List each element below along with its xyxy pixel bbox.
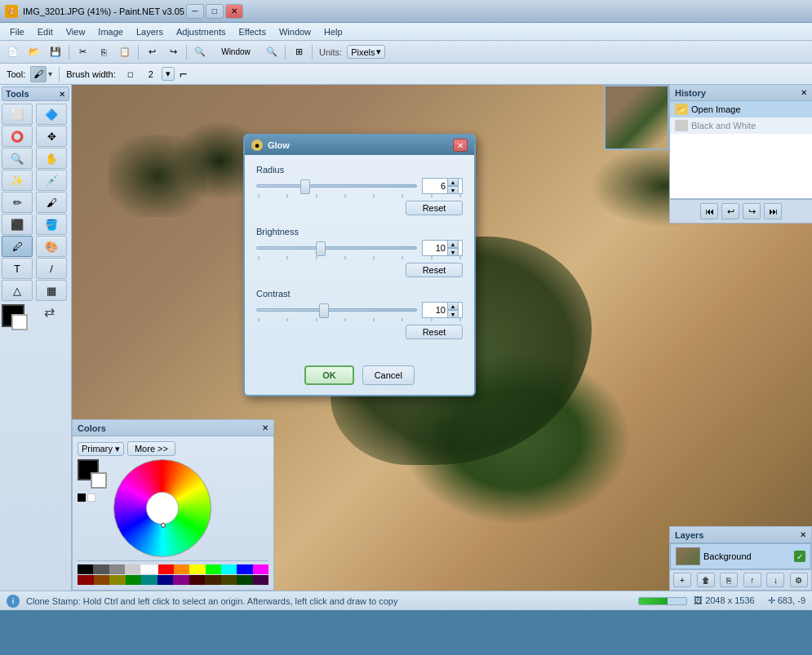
palette-green[interactable] xyxy=(206,564,221,574)
pal-dk-brown[interactable] xyxy=(205,575,221,585)
pal-dk-purple[interactable] xyxy=(253,575,269,585)
tool-shapes[interactable]: △ xyxy=(2,280,33,301)
palette-yellow[interactable] xyxy=(189,564,205,574)
tool-pan[interactable]: ✋ xyxy=(36,148,67,169)
history-item-open[interactable]: 📂 Open Image xyxy=(670,101,812,117)
palette-orange[interactable] xyxy=(174,564,189,574)
radius-spin-down[interactable]: ▼ xyxy=(447,186,459,194)
pal-olive[interactable] xyxy=(109,575,126,585)
maximize-button[interactable]: □ xyxy=(206,4,224,19)
layer-delete-btn[interactable]: 🗑 xyxy=(697,573,715,587)
menu-file[interactable]: File xyxy=(3,25,31,38)
color-wheel-container[interactable] xyxy=(113,459,211,557)
menu-window[interactable]: Window xyxy=(273,25,317,38)
pal-maroon[interactable] xyxy=(189,575,206,585)
contrast-reset-button[interactable]: Reset xyxy=(406,325,463,339)
contrast-spin-down[interactable]: ▼ xyxy=(447,310,459,318)
tool-line[interactable]: / xyxy=(36,258,67,279)
palette-cyan[interactable] xyxy=(221,564,237,574)
brush-shape[interactable]: ⌐ xyxy=(180,67,187,82)
layers-panel-close[interactable]: ✕ xyxy=(800,530,806,539)
tools-panel-close[interactable]: ✕ xyxy=(59,90,65,99)
tool-pencil[interactable]: ✏ xyxy=(2,192,33,213)
brightness-value-input[interactable] xyxy=(423,243,447,253)
brush-width-decrease[interactable]: ◻ xyxy=(121,65,140,83)
menu-effects[interactable]: Effects xyxy=(233,25,273,38)
primary-color-swatch[interactable] xyxy=(2,304,24,327)
history-last-btn[interactable]: ⏭ xyxy=(764,203,782,219)
color-wheel[interactable] xyxy=(113,459,211,557)
radius-spin-up[interactable]: ▲ xyxy=(447,178,459,186)
palette-blue[interactable] xyxy=(237,564,252,574)
toolbar-zoom-out[interactable]: 🔍 xyxy=(190,43,210,61)
colors-panel-close[interactable]: ✕ xyxy=(262,423,268,432)
layer-properties-btn[interactable]: ⚙ xyxy=(790,573,808,587)
white-swatch[interactable] xyxy=(87,493,95,502)
toolbar-copy[interactable]: ⎘ xyxy=(94,43,113,61)
history-undo-btn[interactable]: ↩ xyxy=(721,203,739,219)
tool-select-lasso[interactable]: 🔷 xyxy=(36,104,67,125)
toolbar-save[interactable]: 💾 xyxy=(46,43,65,61)
bg-swatch[interactable] xyxy=(91,472,107,489)
brightness-slider-thumb[interactable] xyxy=(316,241,326,256)
toolbar-new[interactable]: 📄 xyxy=(3,43,23,61)
history-panel-close[interactable]: ✕ xyxy=(801,88,807,97)
pal-darkblue[interactable] xyxy=(158,575,174,585)
radius-slider-thumb[interactable] xyxy=(300,179,310,194)
tool-select-rect[interactable]: ⬜ xyxy=(2,104,33,125)
toolbar-grid[interactable]: ⊞ xyxy=(289,43,308,61)
menu-view[interactable]: View xyxy=(60,25,92,38)
pal-darkred[interactable] xyxy=(78,575,94,585)
menu-image[interactable]: Image xyxy=(91,25,130,38)
contrast-value-input[interactable] xyxy=(423,305,447,315)
contrast-slider-thumb[interactable] xyxy=(319,303,329,318)
layer-duplicate-btn[interactable]: ⎘ xyxy=(720,573,738,587)
close-button[interactable]: ✕ xyxy=(225,4,243,19)
tool-fill[interactable]: 🪣 xyxy=(36,214,67,235)
radius-value-input[interactable] xyxy=(423,181,447,191)
dialog-close-button[interactable]: ✕ xyxy=(453,139,468,152)
layer-item-background[interactable]: Background ✓ xyxy=(670,543,811,569)
menu-layers[interactable]: Layers xyxy=(130,25,170,38)
radius-slider-track[interactable] xyxy=(256,184,417,188)
layer-move-down-btn[interactable]: ↓ xyxy=(766,573,784,587)
contrast-slider-track[interactable] xyxy=(256,308,417,312)
layer-add-btn[interactable]: + xyxy=(673,573,691,587)
toolbar-redo[interactable]: ↪ xyxy=(163,43,183,61)
toolbar-paste[interactable]: 📋 xyxy=(115,43,135,61)
history-redo-btn[interactable]: ↪ xyxy=(743,203,761,219)
brush-width-dropdown[interactable]: ▾ xyxy=(162,67,175,81)
tool-recolor[interactable]: 🎨 xyxy=(36,236,67,257)
toolbar-cut[interactable]: ✂ xyxy=(73,43,92,61)
history-first-btn[interactable]: ⏮ xyxy=(700,203,718,219)
tool-clone-stamp[interactable]: 🖊 xyxy=(2,236,33,257)
units-dropdown[interactable]: Pixels▾ xyxy=(347,45,385,59)
brightness-spin-down[interactable]: ▼ xyxy=(447,248,459,256)
swap-colors-icon[interactable]: ⇄ xyxy=(36,304,69,327)
primary-selector[interactable]: Primary ▾ xyxy=(78,442,124,456)
toolbar-zoom-in[interactable]: 🔍 xyxy=(262,43,282,61)
palette-darkgray[interactable] xyxy=(93,564,109,574)
palette-lightgray[interactable] xyxy=(125,564,140,574)
tool-move[interactable]: ✥ xyxy=(36,126,67,147)
menu-help[interactable]: Help xyxy=(317,25,349,38)
black-swatch[interactable] xyxy=(78,493,86,502)
toolbar-open[interactable]: 📂 xyxy=(24,43,44,61)
tool-paintbrush[interactable]: 🖌 xyxy=(36,192,67,213)
pal-brown[interactable] xyxy=(94,575,110,585)
minimize-button[interactable]: ─ xyxy=(186,4,204,19)
history-item-bw[interactable]: Black and White xyxy=(670,117,812,134)
tool-select-ellipse[interactable]: ⭕ xyxy=(2,126,33,147)
brightness-reset-button[interactable]: Reset xyxy=(406,263,463,277)
pal-purple[interactable] xyxy=(173,575,189,585)
pal-forest[interactable] xyxy=(237,575,253,585)
brightness-slider-track[interactable] xyxy=(256,246,417,250)
tool-dropdown-arrow[interactable]: ▾ xyxy=(48,69,52,78)
palette-red[interactable] xyxy=(158,564,174,574)
palette-black[interactable] xyxy=(78,564,93,574)
menu-edit[interactable]: Edit xyxy=(31,25,60,38)
toolbar-undo[interactable]: ↩ xyxy=(142,43,162,61)
brightness-spin-up[interactable]: ▲ xyxy=(447,240,459,248)
tool-magic-wand[interactable]: ✨ xyxy=(2,170,33,191)
tool-text[interactable]: T xyxy=(2,258,33,279)
